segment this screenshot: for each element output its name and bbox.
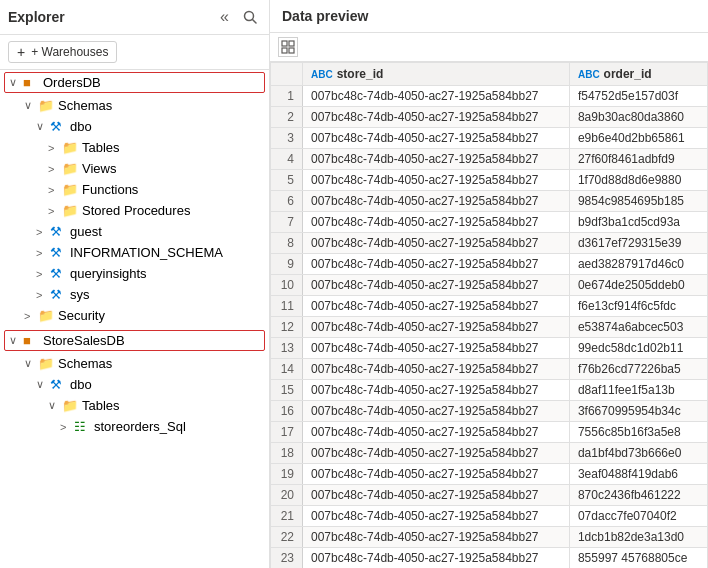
chevron-guest: > [36, 226, 50, 238]
store-id-cell: 007bc48c-74db-4050-ac27-1925a584bb27 [303, 296, 570, 317]
data-preview-table: ABC store_id ABC order_id 1007b [270, 62, 708, 568]
tree-node-functions[interactable]: > 📁 Functions [0, 179, 269, 200]
folder-icon-tables: 📁 [62, 140, 80, 155]
order-id-cell: d3617ef729315e39 [569, 233, 707, 254]
add-warehouses-button[interactable]: + + Warehouses [8, 41, 117, 63]
tree-node-security[interactable]: > 📁 Security [0, 305, 269, 326]
folder-icon-storedproc: 📁 [62, 203, 80, 218]
row-number-cell: 11 [271, 296, 303, 317]
chevron-storesales-tables: ∨ [48, 399, 62, 412]
chevron-storedproc: > [48, 205, 62, 217]
tree-node-sys[interactable]: > ⚒ sys [0, 284, 269, 305]
order-id-cell: 0e674de2505ddeb0 [569, 275, 707, 296]
search-button[interactable] [239, 8, 261, 26]
table-row: 6007bc48c-74db-4050-ac27-1925a584bb27985… [271, 191, 708, 212]
store-id-cell: 007bc48c-74db-4050-ac27-1925a584bb27 [303, 527, 570, 548]
table-row: 1007bc48c-74db-4050-ac27-1925a584bb27f54… [271, 86, 708, 107]
tree-label-storesales-tables: Tables [82, 398, 120, 413]
tree-label-functions: Functions [82, 182, 138, 197]
order-id-cell: 99edc58dc1d02b11 [569, 338, 707, 359]
order-id-cell: e9b6e40d2bb65861 [569, 128, 707, 149]
plus-icon: + [17, 45, 25, 59]
tree-node-dbo[interactable]: ∨ ⚒ dbo [0, 116, 269, 137]
store-id-cell: 007bc48c-74db-4050-ac27-1925a584bb27 [303, 401, 570, 422]
schema-icon-dbo: ⚒ [50, 119, 68, 134]
tree-node-tables[interactable]: > 📁 Tables [0, 137, 269, 158]
main-panel: Data preview ABC [270, 0, 708, 568]
chevron-dbo: ∨ [36, 120, 50, 133]
chevron-storesales-schemas: ∨ [24, 357, 38, 370]
tree-node-storesales-schemas[interactable]: ∨ 📁 Schemas [0, 353, 269, 374]
tree-label-tables: Tables [82, 140, 120, 155]
tree-node-storesalesdb[interactable]: ∨ ■ StoreSalesDB [4, 330, 265, 351]
store-id-cell: 007bc48c-74db-4050-ac27-1925a584bb27 [303, 317, 570, 338]
order-id-cell: f76b26cd77226ba5 [569, 359, 707, 380]
order-id-cell: da1bf4bd73b666e0 [569, 443, 707, 464]
store-id-cell: 007bc48c-74db-4050-ac27-1925a584bb27 [303, 506, 570, 527]
store-id-cell: 007bc48c-74db-4050-ac27-1925a584bb27 [303, 443, 570, 464]
table-row: 9007bc48c-74db-4050-ac27-1925a584bb27aed… [271, 254, 708, 275]
tree-node-ordersdb-schemas[interactable]: ∨ 📁 Schemas [0, 95, 269, 116]
tree-label-storesalesdb: StoreSalesDB [43, 333, 125, 348]
row-number-cell: 10 [271, 275, 303, 296]
store-id-cell: 007bc48c-74db-4050-ac27-1925a584bb27 [303, 107, 570, 128]
folder-icon-storesales-schemas: 📁 [38, 356, 56, 371]
tree-node-storeorders[interactable]: > ☷ storeorders_Sql [0, 416, 269, 437]
table-row: 7007bc48c-74db-4050-ac27-1925a584bb27b9d… [271, 212, 708, 233]
collapse-sidebar-button[interactable]: « [216, 6, 233, 28]
store-id-cell: 007bc48c-74db-4050-ac27-1925a584bb27 [303, 170, 570, 191]
grid-view-button[interactable] [278, 37, 298, 57]
schema-icon-storesales-dbo: ⚒ [50, 377, 68, 392]
store-id-cell: 007bc48c-74db-4050-ac27-1925a584bb27 [303, 212, 570, 233]
tree-node-storedproc[interactable]: > 📁 Stored Procedures [0, 200, 269, 221]
order-id-cell: 8a9b30ac80da3860 [569, 107, 707, 128]
chevron-security: > [24, 310, 38, 322]
tree-label-storesales-schemas: Schemas [58, 356, 112, 371]
data-preview-toolbar [270, 33, 708, 62]
tree-label-security: Security [58, 308, 105, 323]
sidebar-title: Explorer [8, 9, 65, 25]
tree-node-guest[interactable]: > ⚒ guest [0, 221, 269, 242]
db-icon-ordersdb: ■ [23, 75, 41, 90]
row-number-cell: 8 [271, 233, 303, 254]
order-id-cell: 870c2436fb461222 [569, 485, 707, 506]
table-row: 23007bc48c-74db-4050-ac27-1925a584bb2785… [271, 548, 708, 569]
row-number-header [271, 63, 303, 86]
tree-node-queryinsights[interactable]: > ⚒ queryinsights [0, 263, 269, 284]
row-number-cell: 15 [271, 380, 303, 401]
row-number-cell: 21 [271, 506, 303, 527]
col-header-order-id[interactable]: ABC order_id [569, 63, 707, 86]
table-row: 13007bc48c-74db-4050-ac27-1925a584bb2799… [271, 338, 708, 359]
chevron-sys: > [36, 289, 50, 301]
svg-rect-4 [282, 48, 287, 53]
row-number-cell: 7 [271, 212, 303, 233]
tree-label-storesales-dbo: dbo [70, 377, 92, 392]
table-row: 16007bc48c-74db-4050-ac27-1925a584bb273f… [271, 401, 708, 422]
tree-node-ordersdb[interactable]: ∨ ■ OrdersDB [4, 72, 265, 93]
row-number-cell: 13 [271, 338, 303, 359]
order-id-cell: aed38287917d46c0 [569, 254, 707, 275]
tree-node-views[interactable]: > 📁 Views [0, 158, 269, 179]
tree-label-schemas: Schemas [58, 98, 112, 113]
row-number-cell: 14 [271, 359, 303, 380]
store-id-cell: 007bc48c-74db-4050-ac27-1925a584bb27 [303, 86, 570, 107]
order-id-cell: 07dacc7fe07040f2 [569, 506, 707, 527]
chevron-tables: > [48, 142, 62, 154]
chevron-functions: > [48, 184, 62, 196]
row-number-cell: 5 [271, 170, 303, 191]
data-preview-table-wrapper[interactable]: ABC store_id ABC order_id 1007b [270, 62, 708, 568]
tree-node-storesales-dbo[interactable]: ∨ ⚒ dbo [0, 374, 269, 395]
order-id-cell: 7556c85b16f3a5e8 [569, 422, 707, 443]
folder-icon-functions: 📁 [62, 182, 80, 197]
table-row: 15007bc48c-74db-4050-ac27-1925a584bb27d8… [271, 380, 708, 401]
chevron-ordersdb: ∨ [9, 76, 23, 89]
col-label-order-id: order_id [604, 67, 652, 81]
tree-node-storesales-tables[interactable]: ∨ 📁 Tables [0, 395, 269, 416]
tree-label-queryinsights: queryinsights [70, 266, 147, 281]
col-header-store-id[interactable]: ABC store_id [303, 63, 570, 86]
table-row: 8007bc48c-74db-4050-ac27-1925a584bb27d36… [271, 233, 708, 254]
order-id-cell: 1dcb1b82de3a13d0 [569, 527, 707, 548]
col-type-store-id: ABC [311, 69, 333, 80]
order-id-cell: 3eaf0488f419dab6 [569, 464, 707, 485]
tree-node-information-schema[interactable]: > ⚒ INFORMATION_SCHEMA [0, 242, 269, 263]
